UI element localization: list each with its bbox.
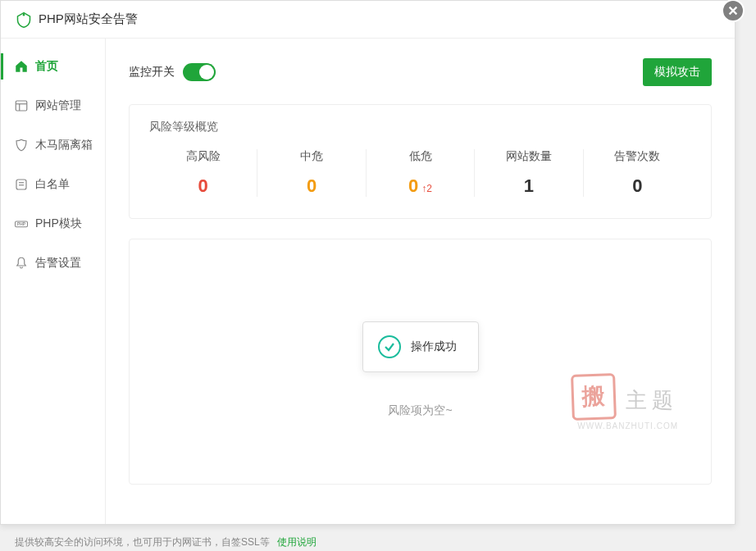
footer: 提供较高安全的访问环境，也可用于内网证书，自签SSL等 使用说明 <box>15 535 317 549</box>
sidebar-item-label: 首页 <box>35 59 58 74</box>
modal-body: 首页 网站管理 木马隔离箱 <box>1 39 735 524</box>
watermark-seal: 搬 <box>571 373 617 421</box>
stat-site-count: 网站数量 1 <box>475 149 583 197</box>
svg-point-1 <box>23 13 25 16</box>
monitor-switch-group: 监控开关 <box>129 63 216 81</box>
close-icon <box>727 5 739 16</box>
empty-state-text: 风险项为空~ <box>388 403 452 418</box>
stat-high-risk: 高风险 0 <box>149 149 257 197</box>
stats-title: 风险等级概览 <box>149 120 691 134</box>
stat-label: 低危 <box>367 149 474 164</box>
home-icon <box>14 59 29 74</box>
svg-rect-2 <box>16 101 27 111</box>
modal-title: PHP网站安全告警 <box>39 11 138 27</box>
watermark: 搬 主题 WWW.BANZHUTI.COM <box>572 374 678 430</box>
risk-list-card: 操作成功 风险项为空~ 搬 主题 WWW.BANZHUTI.COM <box>129 239 712 485</box>
toast-message: 操作成功 <box>411 339 457 354</box>
sidebar-item-label: 网站管理 <box>35 98 81 113</box>
main-content: 监控开关 模拟攻击 风险等级概览 高风险 0 中危 0 <box>106 39 735 524</box>
top-controls: 监控开关 模拟攻击 <box>129 58 712 86</box>
stat-value: 0 <box>257 175 365 197</box>
close-button[interactable] <box>722 0 745 22</box>
stat-label: 高风险 <box>149 149 257 164</box>
footer-text: 提供较高安全的访问环境，也可用于内网证书，自签SSL等 <box>15 536 270 548</box>
sidebar-item-label: PHP模块 <box>35 216 82 231</box>
sidebar-item-php-module[interactable]: PHP PHP模块 <box>1 204 105 244</box>
stat-value: 0 <box>408 175 418 196</box>
stat-value: 0 <box>584 175 691 197</box>
stat-label: 告警次数 <box>584 149 691 164</box>
monitor-toggle[interactable] <box>183 63 216 81</box>
sidebar-item-home[interactable]: 首页 <box>1 47 105 86</box>
bell-icon <box>14 256 29 271</box>
php-icon: PHP <box>14 216 29 231</box>
shield-alert-icon <box>16 11 32 28</box>
sidebar-item-label: 白名单 <box>35 177 70 192</box>
stat-value: 1 <box>475 175 582 197</box>
stat-label: 中危 <box>257 149 365 164</box>
sidebar-item-site-manage[interactable]: 网站管理 <box>1 86 105 125</box>
sidebar: 首页 网站管理 木马隔离箱 <box>1 39 106 524</box>
stat-low-risk: 低危 0↑2 <box>367 149 475 197</box>
sidebar-item-alert-settings[interactable]: 告警设置 <box>1 244 105 283</box>
stat-value: 0 <box>149 175 257 197</box>
sidebar-item-whitelist[interactable]: 白名单 <box>1 165 105 204</box>
watermark-text: 主题 <box>626 386 678 415</box>
modal-window: PHP网站安全告警 首页 网站管理 <box>0 0 736 525</box>
monitor-label: 监控开关 <box>129 65 175 80</box>
list-icon <box>14 177 29 192</box>
shield-icon <box>14 138 29 153</box>
risk-overview-card: 风险等级概览 高风险 0 中危 0 低危 0↑2 <box>129 104 712 219</box>
stat-label: 网站数量 <box>475 149 582 164</box>
sidebar-item-quarantine[interactable]: 木马隔离箱 <box>1 125 105 165</box>
sidebar-item-label: 木马隔离箱 <box>35 138 93 153</box>
modal-header: PHP网站安全告警 <box>1 1 735 39</box>
success-toast: 操作成功 <box>362 321 479 372</box>
footer-link[interactable]: 使用说明 <box>277 536 317 548</box>
stat-alert-count: 告警次数 0 <box>584 149 691 197</box>
stat-medium-risk: 中危 0 <box>257 149 366 197</box>
stat-change: ↑2 <box>421 183 432 194</box>
sidebar-item-label: 告警设置 <box>35 256 81 271</box>
svg-text:PHP: PHP <box>17 222 26 226</box>
grid-icon <box>14 98 29 113</box>
simulate-attack-button[interactable]: 模拟攻击 <box>643 58 712 86</box>
stats-grid: 高风险 0 中危 0 低危 0↑2 网站数量 <box>149 149 691 197</box>
svg-rect-5 <box>16 180 26 189</box>
watermark-url: WWW.BANZHUTI.COM <box>572 421 678 430</box>
check-circle-icon <box>378 335 401 358</box>
